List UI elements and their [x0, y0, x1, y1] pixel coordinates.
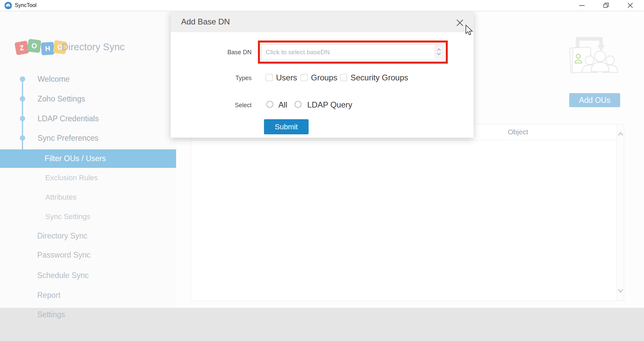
sidebar-item-ldap-credentials[interactable]: LDAP Credentials: [38, 114, 99, 124]
chevron-down-icon[interactable]: [437, 52, 441, 55]
base-dn-spinner[interactable]: [435, 45, 443, 58]
add-base-dn-dialog: Add Base DN Base DN Types Users Groups: [171, 11, 474, 138]
base-dn-input[interactable]: [262, 44, 444, 60]
footer-bar: Previous Next: [0, 308, 644, 341]
sidebar-item-attributes[interactable]: Attributes: [45, 192, 76, 202]
sidebar-item-schedule-sync[interactable]: Schedule Sync: [37, 270, 89, 280]
dialog-close-button[interactable]: [455, 18, 465, 28]
chevron-up-icon[interactable]: [437, 48, 441, 51]
minimize-icon: [579, 2, 585, 9]
window-close-button[interactable]: [623, 0, 638, 11]
app-title: SyncTool: [15, 2, 37, 8]
groups-checkbox-label[interactable]: Groups: [311, 73, 337, 82]
sidebar-item-exclusion-rules[interactable]: Exclusion Rules: [45, 173, 98, 183]
sidebar-item-filter-ous-users[interactable]: Filter OUs / Users: [0, 149, 176, 168]
title-bar: SyncTool: [0, 0, 644, 11]
select-label: Select: [171, 102, 252, 109]
zoho-logo-letter: O: [27, 39, 41, 53]
sidebar-item-welcome[interactable]: Welcome: [38, 74, 69, 84]
security-groups-checkbox[interactable]: [340, 74, 347, 81]
sidebar-item-sync-preferences[interactable]: Sync Preferences: [38, 133, 99, 143]
chevron-down-icon[interactable]: [618, 288, 624, 293]
close-icon: [455, 18, 464, 27]
minimize-button[interactable]: [574, 0, 590, 11]
timeline-dot: [20, 116, 25, 121]
base-dn-picker[interactable]: [261, 44, 444, 60]
zoho-logo-letter: Z: [14, 41, 29, 55]
users-checkbox[interactable]: [266, 74, 273, 81]
all-radio[interactable]: [266, 101, 273, 108]
security-groups-checkbox-label[interactable]: Security Groups: [351, 73, 408, 82]
sync-users-illustration: [566, 36, 623, 78]
ldap-query-radio-label[interactable]: LDAP Query: [307, 100, 352, 110]
users-checkbox-label[interactable]: Users: [276, 73, 297, 82]
sidebar-item-directory-sync[interactable]: Directory Sync: [37, 231, 88, 241]
all-radio-label[interactable]: All: [278, 100, 287, 110]
sidebar-item-password-sync[interactable]: Password Sync: [37, 250, 91, 260]
sidebar-item-label: Filter OUs / Users: [45, 149, 106, 168]
cloud-sync-icon: [4, 2, 12, 9]
close-icon: [627, 2, 634, 9]
timeline-dot: [20, 135, 25, 141]
sidebar-item-zoho-settings[interactable]: Zoho Settings: [38, 94, 85, 104]
restore-button[interactable]: [598, 0, 614, 11]
sidebar-item-settings[interactable]: Settings: [37, 310, 65, 320]
chevron-up-icon[interactable]: [618, 132, 624, 136]
sidebar-item-sync-settings[interactable]: Sync Settings: [45, 212, 91, 222]
table-header-divider: [191, 140, 616, 140]
timeline-dot: [20, 96, 25, 101]
add-ous-button[interactable]: Add OUs: [569, 93, 620, 107]
dialog-header: Add Base DN: [171, 11, 474, 32]
product-name: Directory Sync: [61, 42, 125, 53]
zoho-logo-letter: H: [41, 42, 55, 56]
sidebar: Z O H O Directory Sync Welcome Zoho Sett…: [0, 11, 176, 308]
types-label: Types: [171, 75, 252, 82]
mouse-cursor-arrow: [465, 24, 474, 37]
groups-checkbox[interactable]: [301, 74, 308, 81]
ldap-query-radio[interactable]: [294, 101, 302, 108]
table-scrollbar[interactable]: [616, 124, 624, 300]
base-dn-highlight-box: [258, 41, 448, 64]
table-column-header-object: Object: [508, 128, 528, 136]
submit-button[interactable]: Submit: [264, 119, 309, 134]
restore-icon: [603, 2, 609, 9]
timeline-dot: [20, 76, 25, 82]
sidebar-item-report[interactable]: Report: [37, 290, 60, 300]
ou-table: Object: [191, 124, 624, 301]
dialog-title: Add Base DN: [181, 11, 230, 32]
base-dn-label: Base DN: [171, 49, 252, 56]
